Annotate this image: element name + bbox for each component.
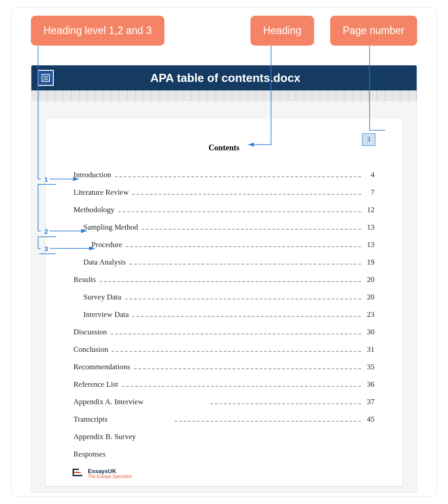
- toc-leader-dots: [99, 281, 361, 282]
- toc-row: Literature Review7: [73, 188, 375, 197]
- toc-leader-dots: [142, 229, 361, 230]
- toc-entry-page: 7: [365, 188, 375, 197]
- toc-row: Responses: [73, 450, 375, 459]
- toc-entry-page: 35: [365, 363, 375, 372]
- document-window: APA table of contents.docx 3 Contents In…: [31, 65, 417, 493]
- toc-entry-label: Interview Data: [83, 310, 129, 319]
- toc-leader-dots: [126, 246, 361, 247]
- table-of-contents: Introduction4Literature Review7Methodolo…: [73, 171, 375, 459]
- toc-leader-dots: [111, 333, 361, 334]
- toc-entry-page: 37: [365, 397, 375, 406]
- toc-entry-label: Data Analysis: [83, 258, 126, 267]
- toc-entry-label: Appendix A. Interview: [73, 397, 143, 406]
- toc-row: Recommendations35: [73, 363, 375, 372]
- callout-page-number: Page number: [330, 16, 417, 46]
- toc-leader-dots: [175, 421, 361, 422]
- toc-leader-dots: [134, 368, 361, 369]
- toc-entry-label: Appendix B. Survey: [73, 432, 136, 441]
- toc-row: Sampling Method13: [73, 223, 375, 232]
- toc-row: Appendix A. Interview37: [73, 397, 375, 406]
- ruler: [31, 90, 417, 101]
- toc-leader-dots: [112, 351, 361, 352]
- document-body: 3 Contents Introduction4Literature Revie…: [31, 101, 417, 492]
- toc-row: Conclusion31: [73, 345, 375, 354]
- contents-heading: Contents: [73, 143, 375, 153]
- brand-logo-icon: [73, 469, 84, 478]
- toc-entry-page: 13: [365, 223, 375, 232]
- toc-leader-dots: [132, 194, 361, 195]
- toc-entry-page: 20: [365, 275, 375, 284]
- toc-entry-page: 13: [365, 240, 375, 249]
- callout-heading-levels: Heading level 1,2 and 3: [31, 16, 164, 46]
- level-marker-3: 3: [44, 245, 48, 252]
- toc-leader-dots: [211, 403, 361, 404]
- toc-row: Introduction4: [73, 171, 375, 179]
- toc-row: Methodology12: [73, 205, 375, 214]
- toc-row: Survey Data20: [73, 293, 375, 302]
- toc-entry-label: Transcripts: [73, 415, 108, 424]
- toc-row: Appendix B. Survey: [73, 432, 375, 441]
- level-marker-1: 1: [44, 175, 48, 183]
- toc-row: Interview Data23: [73, 310, 375, 319]
- word-icon: [38, 70, 54, 86]
- toc-entry-label: Reference List: [73, 380, 118, 389]
- toc-entry-page: 23: [365, 310, 375, 319]
- toc-row: Data Analysis19: [73, 258, 375, 267]
- toc-entry-page: 31: [365, 345, 375, 354]
- toc-row: Discussion30: [73, 328, 375, 337]
- toc-row: Procedure13: [73, 240, 375, 249]
- toc-entry-page: 12: [365, 205, 375, 214]
- toc-entry-label: Methodology: [73, 205, 115, 214]
- toc-row: Reference List36: [73, 380, 375, 389]
- callout-heading: Heading: [250, 16, 314, 46]
- toc-entry-label: Sampling Method: [83, 223, 138, 232]
- toc-row: Results20: [73, 275, 375, 284]
- toc-entry-label: Survey Data: [83, 293, 121, 302]
- toc-entry-page: 30: [365, 328, 375, 337]
- document-title: APA table of contents.docx: [62, 71, 389, 85]
- document-titlebar: APA table of contents.docx: [31, 65, 417, 90]
- toc-leader-dots: [132, 316, 361, 317]
- toc-row: Transcripts45: [73, 415, 375, 424]
- page-number-box: 3: [362, 133, 375, 146]
- toc-leader-dots: [115, 176, 361, 177]
- toc-entry-page: 19: [365, 258, 375, 267]
- toc-entry-label: Recommendations: [73, 363, 130, 372]
- brand-badge: EssaysUK The Essays Specialist: [73, 468, 132, 479]
- toc-leader-dots: [122, 386, 361, 387]
- toc-leader-dots: [118, 211, 361, 212]
- toc-leader-dots: [129, 264, 361, 265]
- toc-entry-page: 45: [365, 415, 375, 424]
- diagram-frame: Heading level 1,2 and 3 Heading Page num…: [11, 7, 437, 497]
- callout-row: Heading level 1,2 and 3 Heading Page num…: [11, 8, 437, 46]
- toc-entry-label: Discussion: [73, 328, 107, 337]
- toc-entry-page: 36: [365, 380, 375, 389]
- page: 3 Contents Introduction4Literature Revie…: [46, 119, 402, 486]
- toc-entry-label: Conclusion: [73, 345, 108, 354]
- brand-name: EssaysUK: [88, 468, 132, 474]
- level-marker-2: 2: [44, 227, 48, 235]
- toc-entry-label: Literature Review: [73, 188, 129, 197]
- toc-entry-label: Introduction: [73, 171, 111, 179]
- brand-tagline: The Essays Specialist: [88, 474, 132, 479]
- toc-entry-page: 4: [365, 171, 375, 179]
- toc-entry-label: Responses: [73, 450, 106, 459]
- toc-entry-label: Procedure: [91, 240, 122, 249]
- toc-entry-label: Results: [73, 275, 96, 284]
- toc-entry-page: 20: [365, 293, 375, 302]
- toc-leader-dots: [125, 299, 361, 299]
